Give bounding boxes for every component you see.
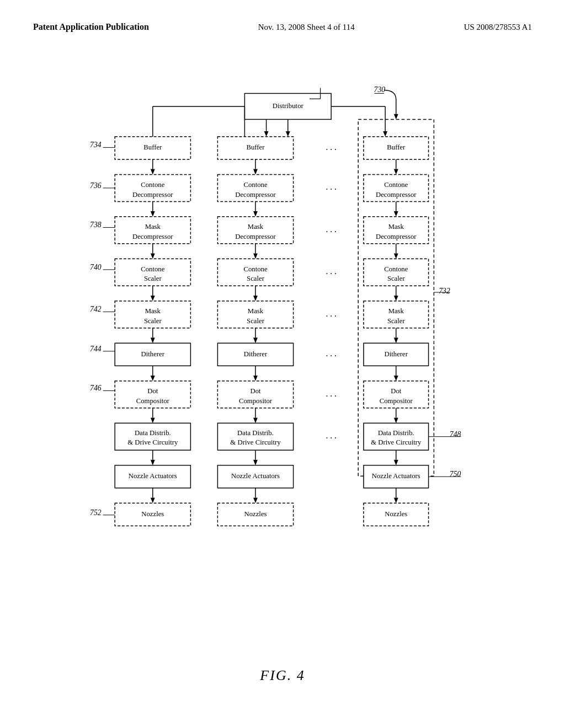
label-dot-compositor-col3-2: Compositor — [380, 397, 413, 405]
arrow-col1-cs-ms — [151, 296, 155, 301]
ref-744: 744 — [90, 345, 102, 353]
ref-752: 752 — [90, 508, 102, 517]
label-nozzles-col3: Nozzles — [385, 510, 407, 518]
label-nozzles-col1: Nozzles — [141, 510, 164, 518]
label-contone-decomp-col1-1: Contone — [141, 181, 165, 189]
arrow-col2-na-nz — [253, 497, 258, 503]
arrow-dist-col3 — [383, 131, 387, 137]
label-dot-compositor-col3-1: Dot — [391, 387, 402, 395]
figure-label: FIG. 4 — [260, 667, 305, 684]
arrow-col2-dith-dc — [253, 376, 258, 381]
arrow-dist-col1 — [264, 131, 269, 137]
arrow-col3-na-nz — [394, 497, 398, 503]
arrow-col1-dc-dd — [151, 417, 155, 423]
dots-mask-decomp: . . . — [326, 224, 337, 234]
label-mask-scaler-col3-1: Mask — [388, 307, 404, 315]
label-buffer-col1: Buffer — [143, 143, 162, 151]
ref-748: 748 — [450, 430, 461, 438]
dots-ditherer: . . . — [326, 349, 337, 358]
label-data-distrib-col2-2: & Drive Circuitry — [230, 438, 281, 446]
label-mask-decomp-col1-1: Mask — [145, 223, 161, 231]
dots-buffer: . . . — [326, 142, 337, 152]
label-nozzle-act-col2: Nozzle Actuators — [231, 472, 280, 480]
dots-contone-scaler: . . . — [326, 266, 337, 276]
dots-data-distrib: . . . — [326, 431, 337, 440]
arrow-col3-md-cs — [394, 253, 398, 259]
label-contone-decomp-col2-2: Decompressor — [235, 191, 276, 199]
label-mask-decomp-col2-2: Decompressor — [235, 233, 276, 240]
arrow-col3-dd-na — [394, 460, 398, 465]
label-mask-scaler-col1-2: Scaler — [144, 317, 162, 325]
arrow-col3-dith-dc — [394, 376, 398, 381]
label-mask-decomp-col2-1: Mask — [248, 223, 264, 231]
label-buffer-col3: Buffer — [387, 143, 406, 151]
label-contone-decomp-col1-2: Decompressor — [132, 191, 173, 199]
label-contone-decomp-col3-2: Decompressor — [376, 191, 417, 199]
arrow-dist-col2 — [286, 131, 290, 137]
arrow-col2-dc-dd — [253, 417, 258, 423]
label-data-distrib-col2-1: Data Distrib. — [237, 429, 274, 437]
label-ditherer-col3: Ditherer — [385, 350, 408, 358]
header-publication-type: Patent Application Publication — [33, 22, 149, 32]
label-contone-decomp-col2-1: Contone — [243, 181, 268, 189]
label-data-distrib-col1-1: Data Distrib. — [135, 429, 171, 437]
label-mask-scaler-col1-1: Mask — [145, 307, 161, 315]
header-date-sheet: Nov. 13, 2008 Sheet 4 of 114 — [258, 23, 355, 32]
arrow-col3-ms-dith — [394, 338, 398, 343]
label-contone-scaler-col1-1: Contone — [141, 265, 165, 273]
label-ditherer-col2: Ditherer — [244, 350, 268, 358]
arrow-col2-ms-dith — [253, 338, 258, 343]
arrow-col2-buf-cd — [253, 169, 258, 175]
ref-740: 740 — [90, 263, 102, 271]
diagram-area: 730 Distributor 732 734 Buffer — [33, 77, 532, 618]
label-nozzles-col2: Nozzles — [244, 510, 266, 518]
label-contone-scaler-col3-1: Contone — [384, 265, 408, 273]
label-nozzle-act-col1: Nozzle Actuators — [129, 472, 177, 480]
label-data-distrib-col3-1: Data Distrib. — [378, 429, 414, 437]
arrow-col1-dith-dc — [151, 376, 155, 381]
label-data-distrib-col3-2: & Drive Circuitry — [371, 438, 422, 446]
label-nozzle-act-col3: Nozzle Actuators — [372, 472, 420, 480]
dots-dot-compositor: . . . — [326, 389, 337, 398]
label-mask-decomp-col1-2: Decompressor — [132, 233, 173, 240]
ref-734: 734 — [90, 141, 102, 149]
arrow-col1-md-cs — [151, 253, 155, 259]
arrow-col1-na-nz — [151, 497, 155, 503]
page-header: Patent Application Publication Nov. 13, … — [0, 0, 565, 32]
ref-746: 746 — [90, 384, 102, 392]
arrow-col1-ms-dith — [151, 338, 155, 343]
label-contone-scaler-col1-2: Scaler — [144, 275, 162, 282]
header-patent-number: US 2008/278553 A1 — [464, 23, 532, 32]
arrow-col3-cs-ms — [394, 296, 398, 301]
arrow-col2-dd-na — [253, 460, 258, 465]
arrow-head-dist-right — [394, 114, 398, 120]
label-contone-scaler-col2-1: Contone — [243, 265, 268, 273]
label-mask-scaler-col2-2: Scaler — [247, 317, 265, 325]
dots-contone-decomp: . . . — [326, 182, 337, 191]
label-data-distrib-col1-2: & Drive Circuitry — [127, 438, 178, 446]
arrow-col1-cd-md — [151, 211, 155, 217]
arrow-col3-dc-dd — [394, 417, 398, 423]
label-dot-compositor-col1-1: Dot — [147, 387, 158, 395]
label-distributor: Distributor — [273, 102, 304, 110]
label-mask-decomp-col3-2: Decompressor — [376, 233, 417, 240]
ref-750: 750 — [450, 470, 461, 478]
ref-738: 738 — [90, 221, 102, 229]
label-mask-scaler-col2-1: Mask — [248, 307, 264, 315]
arrow-col2-cs-ms — [253, 296, 258, 301]
ref-732: 732 — [439, 287, 450, 295]
arrow-col2-cd-md — [253, 211, 258, 217]
arrow-col1-dd-na — [151, 460, 155, 465]
label-contone-scaler-col2-2: Scaler — [247, 275, 265, 282]
label-dot-compositor-col1-2: Compositor — [136, 397, 170, 405]
arrow-col1-buf-cd — [151, 169, 155, 175]
ref-730: 730 — [374, 85, 386, 94]
label-mask-scaler-col3-2: Scaler — [387, 317, 406, 325]
dots-mask-scaler: . . . — [326, 309, 337, 318]
arrow-col3-cd-md — [394, 211, 398, 217]
label-dot-compositor-col2-1: Dot — [250, 387, 261, 395]
label-buffer-col2: Buffer — [246, 143, 265, 151]
arrow-col3-buf-cd — [394, 169, 398, 175]
patent-diagram: 730 Distributor 732 734 Buffer — [33, 77, 532, 618]
label-ditherer-col1: Ditherer — [141, 350, 165, 358]
